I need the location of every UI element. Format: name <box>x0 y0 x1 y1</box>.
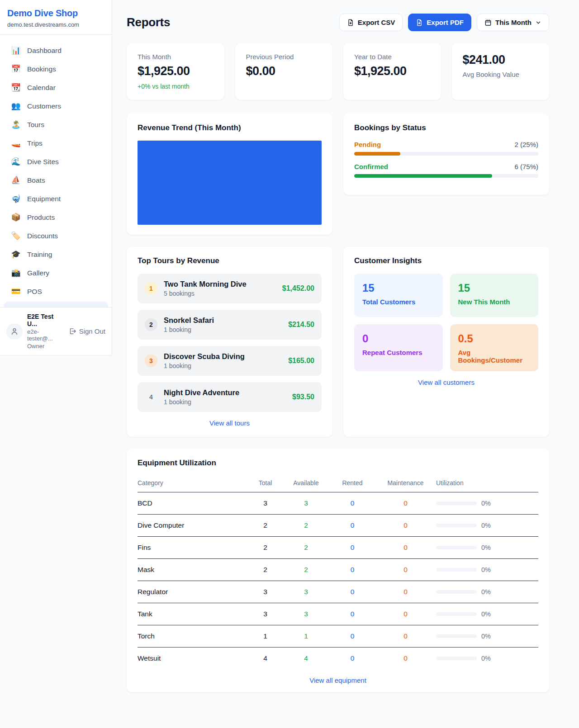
equipment-maintenance: 0 <box>375 515 436 537</box>
sidebar-item-reports-active-partial[interactable] <box>4 302 108 307</box>
col-rented: Rented <box>330 476 375 492</box>
stat-label: Year to Date <box>354 53 430 61</box>
view-all-tours-link[interactable]: View all tours <box>138 419 322 427</box>
chevron-down-icon <box>535 19 541 26</box>
sidebar-item-label: Dashboard <box>27 47 62 55</box>
logout-icon <box>69 327 76 335</box>
sidebar-nav: 📊Dashboard 📅Bookings 📆Calendar 👥Customer… <box>0 35 112 301</box>
page-header: Reports Export CSV Export PDF This Month <box>127 14 549 31</box>
customer-insights-card: Customer Insights 15 Total Customers 15 … <box>343 246 549 437</box>
equipment-total: 2 <box>248 537 282 559</box>
sidebar-item-dashboard[interactable]: 📊Dashboard <box>4 41 108 60</box>
equipment-maintenance: 0 <box>375 537 436 559</box>
calendar-icon: 📆 <box>11 83 21 92</box>
sidebar-item-pos[interactable]: 💳POS <box>4 282 108 301</box>
utilization-bar <box>436 612 477 616</box>
sidebar-item-dive-sites[interactable]: 🌊Dive Sites <box>4 152 108 171</box>
equipment-row: Regulator33000% <box>138 581 538 603</box>
tour-name: Night Dive Adventure <box>164 388 286 397</box>
equipment-total: 3 <box>248 492 282 515</box>
utilization-bar <box>436 501 477 505</box>
tour-bookings: 1 booking <box>164 398 286 406</box>
stat-value: $0.00 <box>246 64 322 78</box>
equipment-available: 2 <box>282 537 330 559</box>
utilization-percent: 0% <box>481 610 491 618</box>
equipment-available: 3 <box>282 581 330 603</box>
equipment-total: 1 <box>248 625 282 648</box>
equipment-total: 3 <box>248 603 282 625</box>
customer-insights-title: Customer Insights <box>354 256 538 265</box>
view-all-equipment-link[interactable]: View all equipment <box>138 676 538 684</box>
sidebar-item-label: Trips <box>27 139 43 147</box>
equipment-category: Tank <box>138 603 248 625</box>
export-pdf-button[interactable]: Export PDF <box>408 14 471 31</box>
sidebar-item-label: Dive Sites <box>27 158 59 166</box>
view-all-customers-link[interactable]: View all customers <box>354 378 538 386</box>
stat-card-year-to-date: Year to Date $1,925.00 <box>343 43 441 100</box>
equipment-maintenance: 0 <box>375 559 436 581</box>
insights-row: Top Tours by Revenue 1 Two Tank Morning … <box>127 246 549 437</box>
insight-tiles: 15 Total Customers 15 New This Month 0 R… <box>354 274 538 371</box>
equipment-total: 3 <box>248 581 282 603</box>
rank-badge: 2 <box>145 318 157 331</box>
utilization-bar <box>436 634 477 638</box>
sidebar-item-training[interactable]: 🎓Training <box>4 245 108 264</box>
equipment-table: Category Total Available Rented Maintena… <box>138 476 538 669</box>
trips-boat-icon: 🚤 <box>11 138 21 148</box>
utilization-bar <box>436 524 477 527</box>
equipment-category: Dive Computer <box>138 515 248 537</box>
equipment-row: Mask22000% <box>138 559 538 581</box>
sidebar-item-products[interactable]: 📦Products <box>4 208 108 227</box>
status-row-pending: Pending 2 (25%) <box>354 141 538 156</box>
tour-row: 2 Snorkel Safari1 booking $214.50 <box>138 310 322 340</box>
tour-name: Two Tank Morning Dive <box>164 280 276 288</box>
shop-domain: demo.test.divestreams.com <box>7 21 104 28</box>
stat-card-this-month: This Month $1,925.00 +0% vs last month <box>127 43 224 100</box>
equipment-utilization-card: Equipment Utilization Category Total Ava… <box>127 449 549 692</box>
stat-value: $241.00 <box>463 53 539 67</box>
stat-value: $1,925.00 <box>138 64 214 78</box>
stat-value: $1,925.00 <box>354 64 430 78</box>
customers-icon: 👥 <box>11 101 21 111</box>
utilization-bar <box>436 657 477 660</box>
sidebar-item-discounts[interactable]: 🏷️Discounts <box>4 227 108 245</box>
stat-label: This Month <box>138 53 214 61</box>
user-role: Owner <box>27 343 64 350</box>
tile-label: Total Customers <box>362 298 435 306</box>
sidebar-item-trips[interactable]: 🚤Trips <box>4 134 108 152</box>
sidebar-item-customers[interactable]: 👥Customers <box>4 97 108 115</box>
tile-value: 0 <box>362 332 435 345</box>
sidebar-item-label: Calendar <box>27 84 56 92</box>
tour-bookings: 5 bookings <box>164 290 276 297</box>
sidebar-item-bookings[interactable]: 📅Bookings <box>4 60 108 78</box>
stat-label: Avg Booking Value <box>463 71 539 78</box>
sidebar-item-boats[interactable]: ⛵Boats <box>4 171 108 189</box>
tile-value: 15 <box>458 282 531 294</box>
period-dropdown[interactable]: This Month <box>477 14 549 31</box>
user-name: E2E Test U... <box>27 313 64 327</box>
export-csv-button[interactable]: Export CSV <box>339 14 403 31</box>
brand-block: Demo Dive Shop demo.test.divestreams.com <box>0 0 112 35</box>
user-email: e2e-tester@... <box>27 328 64 342</box>
sidebar-item-gallery[interactable]: 📸Gallery <box>4 264 108 282</box>
sign-out-button[interactable]: Sign Out <box>69 327 105 335</box>
status-bar-fill <box>354 152 400 156</box>
equipment-total: 2 <box>248 559 282 581</box>
equipment-category: Mask <box>138 559 248 581</box>
tour-bookings: 1 booking <box>164 362 282 369</box>
main-content: Reports Export CSV Export PDF This Month… <box>112 0 579 710</box>
sidebar-item-label: Equipment <box>27 195 61 203</box>
equipment-mask-icon: 🤿 <box>11 194 21 203</box>
utilization-bar <box>436 546 477 549</box>
charts-row: Revenue Trend (This Month) Bookings by S… <box>127 113 549 235</box>
shop-name[interactable]: Demo Dive Shop <box>7 8 104 19</box>
equipment-rented: 0 <box>330 515 375 537</box>
sidebar-item-equipment[interactable]: 🤿Equipment <box>4 189 108 208</box>
sidebar-item-calendar[interactable]: 📆Calendar <box>4 78 108 97</box>
col-utilization: Utilization <box>436 476 538 492</box>
tour-row: 3 Discover Scuba Diving1 booking $165.00 <box>138 346 322 376</box>
status-label: Pending <box>354 141 381 148</box>
sidebar-item-tours[interactable]: 🏝️Tours <box>4 115 108 134</box>
tour-amount: $93.50 <box>292 393 314 401</box>
revenue-trend-card: Revenue Trend (This Month) <box>127 113 332 235</box>
